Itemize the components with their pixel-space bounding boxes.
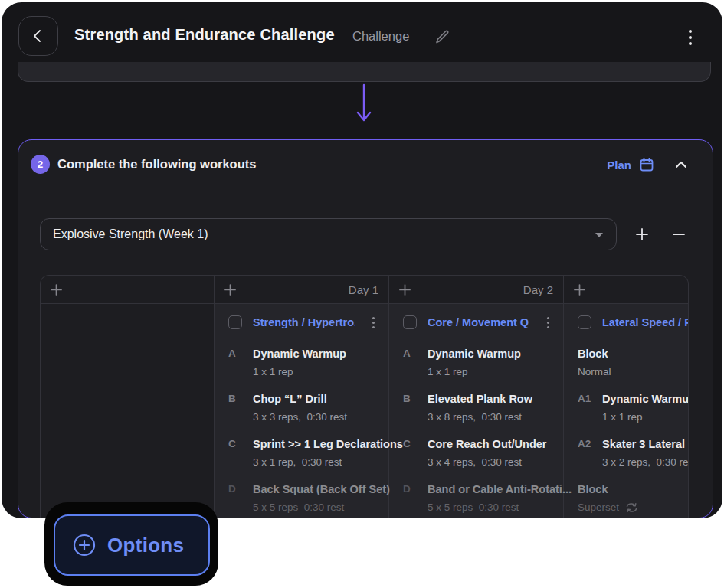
caret-down-icon: [595, 233, 603, 237]
add-workout-icon[interactable]: [399, 284, 411, 296]
remove-week-button[interactable]: [667, 223, 690, 246]
plan-label: Plan: [607, 158, 631, 172]
minus-icon: [673, 228, 685, 240]
exercise-row[interactable]: B Elevated Plank Row 3 x 8 reps, 0:30 re…: [389, 391, 563, 424]
block-label: Block: [578, 346, 689, 361]
exercise-detail: 1 x 1 rep: [428, 365, 563, 379]
exercise-detail: 5 x 5 reps 0:30 rest: [253, 501, 388, 514]
workout-card-clip-wrapper: Lateral Speed / Ply Block Normal A1 Dyna…: [564, 311, 689, 514]
add-week-button[interactable]: [631, 223, 654, 246]
workout-title-row: Strength / Hypertro...: [215, 311, 388, 334]
exercise-tag: A2: [578, 438, 591, 449]
previous-step-card[interactable]: [18, 62, 711, 82]
exercise-tag: D: [228, 483, 236, 495]
add-workout-icon[interactable]: [51, 284, 62, 296]
table-header-row: Day 1 Day 2: [41, 276, 688, 304]
add-workout-icon[interactable]: [574, 284, 585, 296]
options-highlight-ring: Options: [44, 502, 218, 586]
exercise-detail: 1 x 1 rep: [253, 365, 388, 379]
chevron-up-icon: [675, 161, 687, 168]
exercise-row[interactable]: D Band or Cable Anti-Rotati... 5 x 5 rep…: [389, 482, 563, 514]
workout-checkbox[interactable]: [403, 315, 417, 329]
pencil-icon: [434, 28, 450, 45]
exercise-row[interactable]: B Chop “L” Drill 3 x 3 reps, 0:30 rest: [215, 391, 388, 424]
workout-menu-button[interactable]: [541, 315, 555, 330]
options-button[interactable]: Options: [54, 514, 210, 576]
day-header-cell: [564, 276, 688, 303]
exercise-tag: B: [228, 393, 236, 404]
block-type: Superset: [578, 501, 619, 514]
day-header-cell: Day 2: [389, 276, 564, 303]
exercise-tag: C: [228, 438, 236, 449]
exercise-detail: 3 x 4 reps, 0:30 rest: [428, 456, 563, 469]
exercise-row[interactable]: C Sprint >> 1 Leg Declarations 3 x 1 rep…: [215, 436, 388, 469]
exercise-row[interactable]: A Dynamic Warmup 1 x 1 rep: [389, 346, 563, 379]
exercise-detail: 5 x 5 reps 0:30 rest: [428, 501, 563, 514]
options-label: Options: [107, 534, 184, 557]
plus-icon: [636, 228, 648, 240]
plus-circle-icon: [73, 534, 96, 557]
workout-name-link[interactable]: Strength / Hypertro...: [253, 316, 355, 328]
workout-table: Day 1 Day 2: [40, 275, 689, 518]
block-type: Normal: [578, 365, 689, 379]
step-header: 2 Complete the following workouts Plan: [18, 140, 713, 188]
exercise-name: Elevated Plank Row: [428, 391, 563, 407]
exercise-tag: D: [403, 483, 411, 495]
exercise-name: Dynamic Warmup: [428, 346, 563, 361]
exercise-detail: 3 x 3 reps, 0:30 rest: [253, 410, 388, 424]
chevron-left-icon: [31, 28, 46, 44]
plan-button[interactable]: Plan: [607, 153, 654, 176]
workout-checkbox[interactable]: [578, 315, 591, 329]
day-header-cell: Day 1: [215, 276, 389, 303]
exercise-row[interactable]: A1 Dynamic Warmup 1 x 1 rep: [564, 391, 689, 424]
exercise-row[interactable]: A2 Skater 3 Lateral Ho 3 x 2 reps, 0:30 …: [564, 436, 689, 469]
exercise-tag: B: [403, 393, 411, 404]
exercise-tag: A1: [578, 393, 591, 404]
exercise-detail: 3 x 1 rep, 0:30 rest: [253, 456, 388, 469]
flow-down-arrow-icon: [355, 83, 373, 125]
exercise-name: Band or Cable Anti-Rotati...: [428, 482, 563, 497]
day-header-cell: [41, 276, 215, 303]
block-row[interactable]: Block Superset: [564, 482, 689, 514]
step-number-badge: 2: [31, 155, 50, 174]
day-1-label: Day 1: [349, 283, 378, 296]
exercise-row[interactable]: A Dynamic Warmup 1 x 1 rep: [215, 346, 388, 379]
week-selector-value: Explosive Strength (Week 1): [53, 227, 208, 241]
empty-column: [41, 304, 215, 518]
step-card: 2 Complete the following workouts Plan: [18, 139, 713, 518]
kebab-menu-button[interactable]: [680, 24, 700, 51]
workout-name-link[interactable]: Core / Movement Q...: [428, 316, 529, 328]
page-title: Strength and Endurance Challenge: [74, 26, 335, 44]
workout-title-row: Core / Movement Q...: [389, 311, 563, 334]
exercise-name: Back Squat (Back Off Set): [253, 482, 388, 497]
workout-menu-button[interactable]: [366, 315, 380, 330]
exercise-tag: C: [403, 438, 411, 449]
edit-title-button[interactable]: [431, 25, 454, 48]
back-button[interactable]: [18, 16, 58, 56]
workout-card-day2: Core / Movement Q... A Dynamic Warmup 1 …: [389, 304, 564, 518]
calendar-icon: [639, 157, 654, 172]
workout-name-link[interactable]: Lateral Speed / Ply: [602, 316, 689, 328]
exercise-name: Chop “L” Drill: [253, 391, 388, 407]
exercise-row[interactable]: C Core Reach Out/Under 3 x 4 reps, 0:30 …: [389, 436, 563, 469]
workout-card-day1: Strength / Hypertro... A Dynamic Warmup …: [215, 304, 389, 518]
challenge-type-label: Challenge: [352, 29, 409, 44]
day-2-label: Day 2: [523, 283, 553, 296]
exercise-detail: 3 x 2 reps, 0:30 re: [602, 456, 689, 469]
exercise-row[interactable]: D Back Squat (Back Off Set) 5 x 5 reps 0…: [215, 482, 388, 514]
collapse-section-button[interactable]: [671, 155, 691, 174]
workout-checkbox[interactable]: [228, 315, 242, 329]
exercise-name: Skater 3 Lateral Ho: [602, 436, 689, 452]
exercise-name: Sprint >> 1 Leg Declarations: [253, 436, 388, 452]
exercise-name: Dynamic Warmup: [253, 346, 388, 361]
superset-cycle-icon: [625, 502, 638, 513]
week-selector[interactable]: Explosive Strength (Week 1): [40, 218, 617, 250]
exercise-name: Core Reach Out/Under: [428, 436, 563, 452]
exercise-name: Dynamic Warmup: [602, 391, 689, 407]
add-workout-icon[interactable]: [224, 284, 236, 296]
workout-title-row: Lateral Speed / Ply: [564, 311, 689, 334]
table-body: Strength / Hypertro... A Dynamic Warmup …: [41, 304, 688, 518]
block-row[interactable]: Block Normal: [564, 346, 689, 379]
app-window: Strength and Endurance Challenge Challen…: [2, 2, 722, 518]
exercise-tag: A: [228, 348, 236, 359]
